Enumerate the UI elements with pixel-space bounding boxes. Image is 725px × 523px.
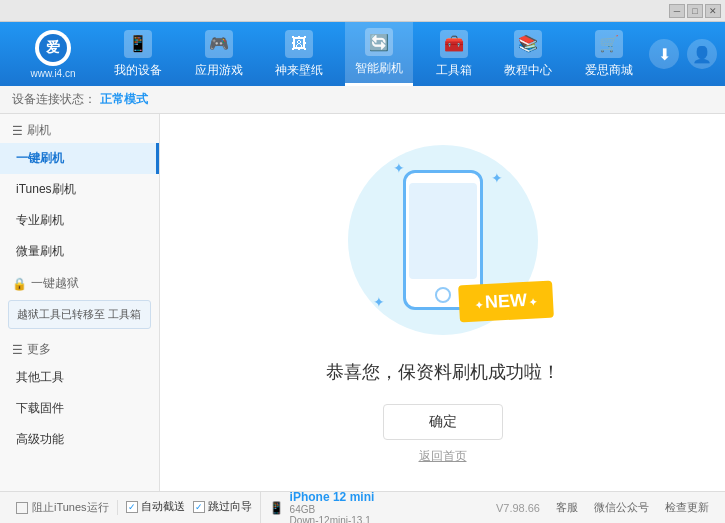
device-info: iPhone 12 mini 64GB Down-12mini-13.1 (290, 490, 375, 524)
section-icon-flash: ☰ (12, 124, 23, 138)
note-text: 越狱工具已转移至 工具箱 (17, 307, 141, 322)
sidebar-item-download-firmware[interactable]: 下载固件 (0, 393, 159, 424)
jailbreak-note: 越狱工具已转移至 工具箱 (8, 300, 151, 329)
nav-icon-flash: 🔄 (365, 28, 393, 56)
skip-wizard-label: 跳过向导 (208, 499, 252, 514)
nav-label-tutorial: 教程中心 (504, 62, 552, 79)
section-label-more: 更多 (27, 341, 51, 358)
top-nav: 爱 www.i4.cn 📱 我的设备 🎮 应用游戏 🖼 神来壁纸 🔄 智能刷机 … (0, 22, 725, 86)
content-area: ✦ ✦ ✦ NEW 恭喜您，保资料刷机成功啦！ 确定 返回首页 (160, 114, 725, 491)
sidebar-item-other-tools[interactable]: 其他工具 (0, 362, 159, 393)
nav-item-apps[interactable]: 🎮 应用游戏 (185, 22, 253, 86)
sidebar-section-more: ☰ 更多 (0, 333, 159, 362)
sidebar: ☰ 刷机 一键刷机 iTunes刷机 专业刷机 微量刷机 🔒 一键越狱 越狱工具… (0, 114, 160, 491)
success-text: 恭喜您，保资料刷机成功啦！ (326, 360, 560, 384)
sidebar-item-one-key[interactable]: 一键刷机 (0, 143, 159, 174)
back-home-link[interactable]: 返回首页 (419, 448, 467, 465)
nav-item-my-device[interactable]: 📱 我的设备 (104, 22, 172, 86)
device-icon: 📱 (269, 501, 284, 515)
nav-item-tutorial[interactable]: 📚 教程中心 (494, 22, 562, 86)
sidebar-item-micro[interactable]: 微量刷机 (0, 236, 159, 267)
status-bar: 设备连接状态： 正常模式 (0, 86, 725, 114)
bottom-bar: 阻止iTunes运行 自动截送 跳过向导 📱 iPhone 12 mini 64… (0, 491, 725, 523)
confirm-button[interactable]: 确定 (383, 404, 503, 440)
title-bar: ─ □ ✕ (0, 0, 725, 22)
sidebar-item-advanced[interactable]: 高级功能 (0, 424, 159, 455)
checkbox-area: 自动截送 跳过向导 (126, 499, 252, 514)
wechat-link[interactable]: 微信公众号 (594, 500, 649, 515)
nav-item-store[interactable]: 🛒 爱思商城 (575, 22, 643, 86)
close-button[interactable]: ✕ (705, 4, 721, 18)
nav-icon-toolbox: 🧰 (440, 30, 468, 58)
phone-screen (409, 183, 477, 279)
sidebar-item-pro[interactable]: 专业刷机 (0, 205, 159, 236)
nav-icon-apps: 🎮 (205, 30, 233, 58)
section-icon-more: ☰ (12, 343, 23, 357)
sidebar-section-jailbreak: 🔒 一键越狱 (0, 267, 159, 296)
device-name: iPhone 12 mini (290, 490, 375, 504)
phone-home-button (435, 287, 451, 303)
nav-label-toolbox: 工具箱 (436, 62, 472, 79)
device-os: Down-12mini-13.1 (290, 515, 375, 524)
nav-label-device: 我的设备 (114, 62, 162, 79)
nav-item-wallpaper[interactable]: 🖼 神来壁纸 (265, 22, 333, 86)
nav-icon-wallpaper: 🖼 (285, 30, 313, 58)
sidebar-section-flash: ☰ 刷机 (0, 114, 159, 143)
device-info-area: 📱 iPhone 12 mini 64GB Down-12mini-13.1 (261, 490, 496, 524)
auto-send-label: 自动截送 (141, 499, 185, 514)
logo-text: www.i4.cn (30, 68, 75, 79)
service-link[interactable]: 客服 (556, 500, 578, 515)
update-link[interactable]: 检查更新 (665, 500, 709, 515)
nav-item-flash[interactable]: 🔄 智能刷机 (345, 22, 413, 86)
status-value: 正常模式 (100, 91, 148, 108)
bottom-right-area: V7.98.66 客服 微信公众号 检查更新 (496, 500, 717, 515)
minimize-button[interactable]: ─ (669, 4, 685, 18)
lock-icon: 🔒 (12, 277, 27, 291)
sparkle-2: ✦ (491, 170, 503, 186)
sidebar-item-itunes[interactable]: iTunes刷机 (0, 174, 159, 205)
stop-itunes-checkbox[interactable] (16, 502, 28, 514)
main-area: ☰ 刷机 一键刷机 iTunes刷机 专业刷机 微量刷机 🔒 一键越狱 越狱工具… (0, 114, 725, 491)
nav-label-wallpaper: 神来壁纸 (275, 62, 323, 79)
auto-send-checkbox-item[interactable]: 自动截送 (126, 499, 185, 514)
window-controls: ─ □ ✕ (669, 4, 721, 18)
nav-label-store: 爱思商城 (585, 62, 633, 79)
version-text: V7.98.66 (496, 502, 540, 514)
section-label-flash: 刷机 (27, 122, 51, 139)
maximize-button[interactable]: □ (687, 4, 703, 18)
nav-right-area: ⬇ 👤 (649, 39, 717, 69)
nav-icon-store: 🛒 (595, 30, 623, 58)
device-storage: 64GB (290, 504, 375, 515)
phone-illustration: ✦ ✦ ✦ NEW (343, 140, 543, 340)
sparkle-3: ✦ (373, 294, 385, 310)
download-button[interactable]: ⬇ (649, 39, 679, 69)
logo-icon: 爱 (39, 34, 67, 62)
status-label: 设备连接状态： (12, 91, 96, 108)
user-button[interactable]: 👤 (687, 39, 717, 69)
stop-itunes-label: 阻止iTunes运行 (32, 500, 109, 515)
auto-send-checkbox[interactable] (126, 501, 138, 513)
skip-wizard-checkbox[interactable] (193, 501, 205, 513)
logo-circle: 爱 (35, 30, 71, 66)
nav-label-flash: 智能刷机 (355, 60, 403, 77)
nav-label-apps: 应用游戏 (195, 62, 243, 79)
nav-icon-tutorial: 📚 (514, 30, 542, 58)
jailbreak-label: 一键越狱 (31, 275, 79, 292)
nav-icon-device: 📱 (124, 30, 152, 58)
stop-itunes-area[interactable]: 阻止iTunes运行 (8, 500, 118, 515)
nav-item-toolbox[interactable]: 🧰 工具箱 (426, 22, 482, 86)
skip-wizard-checkbox-item[interactable]: 跳过向导 (193, 499, 252, 514)
new-badge: NEW (458, 281, 554, 323)
logo-area[interactable]: 爱 www.i4.cn (8, 30, 98, 79)
sparkle-1: ✦ (393, 160, 405, 176)
nav-items: 📱 我的设备 🎮 应用游戏 🖼 神来壁纸 🔄 智能刷机 🧰 工具箱 📚 教程中心… (98, 22, 649, 86)
